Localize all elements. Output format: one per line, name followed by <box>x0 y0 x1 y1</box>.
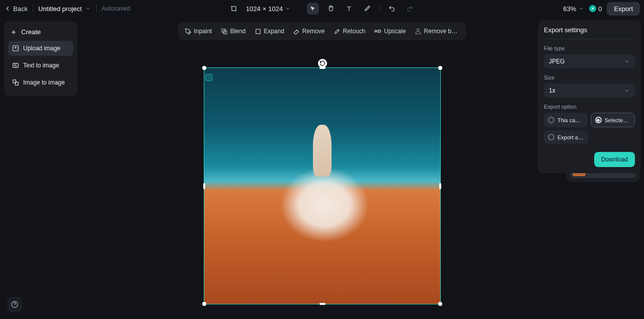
top-bar: Back Untitled project Autosaved 1024 × 1… <box>0 0 644 17</box>
expand-button[interactable]: Expand <box>251 25 288 37</box>
img2img-label: Image to image <box>23 79 65 86</box>
chevron-left-icon <box>4 5 11 12</box>
handle-br[interactable] <box>438 302 442 306</box>
remove-bg-button[interactable]: Remove background <box>411 25 463 37</box>
export-panel-title: Export settings <box>544 26 635 39</box>
upload-icon <box>12 45 19 52</box>
upscale-label: Upscale <box>384 28 406 35</box>
image-to-image-button[interactable]: Image to image <box>8 75 73 90</box>
inpaint-button[interactable]: Inpaint <box>181 25 216 37</box>
inpaint-icon <box>185 28 191 35</box>
handle-r[interactable] <box>439 183 441 189</box>
canvas-frame[interactable] <box>204 67 441 304</box>
export-option-canvas[interactable]: This canvas <box>544 113 588 127</box>
project-name[interactable]: Untitled project <box>38 5 91 13</box>
retouch-button[interactable]: Retouch <box>330 25 370 37</box>
text2img-icon <box>12 62 19 69</box>
file-type-value: JPEG <box>549 58 565 65</box>
retouch-icon <box>334 28 341 35</box>
export-option-label: Export option <box>544 104 635 110</box>
inpaint-label: Inpaint <box>194 28 212 35</box>
hd-icon: HD <box>374 29 381 34</box>
file-type-select[interactable]: JPEG <box>544 54 635 68</box>
pointer-tool[interactable] <box>307 3 319 15</box>
remove-label: Remove <box>302 28 325 35</box>
redo-icon <box>407 5 414 12</box>
upload-label: Upload image <box>23 45 60 52</box>
svg-rect-3 <box>256 29 260 34</box>
remove-button[interactable]: Remove <box>289 25 329 37</box>
expand-label: Expand <box>264 28 284 35</box>
brush-tool[interactable] <box>361 3 373 15</box>
blend-button[interactable]: Blend <box>217 25 250 37</box>
text-icon <box>346 5 353 12</box>
cursor-icon <box>309 5 316 12</box>
svg-rect-0 <box>232 7 236 11</box>
size-value: 1x <box>549 87 555 94</box>
handle-bl[interactable] <box>202 302 206 306</box>
help-icon <box>11 300 19 308</box>
size-select[interactable]: 1x <box>544 84 635 98</box>
undo-button[interactable] <box>386 3 398 15</box>
plus-icon <box>10 29 17 36</box>
chevron-down-icon <box>624 88 630 94</box>
chevron-down-icon <box>285 6 291 12</box>
export-button[interactable]: Export <box>607 2 640 16</box>
dim-width: 1024 <box>246 5 261 13</box>
download-button[interactable]: Download <box>594 152 635 167</box>
expand-icon <box>255 28 261 35</box>
blend-label: Blend <box>230 28 246 35</box>
size-label: Size <box>544 74 635 81</box>
back-button[interactable]: Back <box>4 5 28 13</box>
autosaved-label: Autosaved <box>102 5 130 12</box>
action-bar: Inpaint Blend Expand Remove Retouch HD U… <box>178 22 466 40</box>
divider <box>379 5 380 13</box>
img2img-icon <box>12 79 19 86</box>
brush-icon <box>364 5 371 12</box>
text-to-image-button[interactable]: Text to image <box>8 58 73 73</box>
topbar-left: Back Untitled project Autosaved <box>4 5 130 13</box>
radio-icon <box>548 134 554 140</box>
upscale-button[interactable]: HD Upscale <box>370 25 410 37</box>
retouch-label: Retouch <box>343 28 366 35</box>
radio-icon <box>595 117 602 123</box>
handle-tl[interactable] <box>202 66 206 70</box>
zoom-level[interactable]: 63% <box>563 5 584 13</box>
hand-tool[interactable] <box>325 3 337 15</box>
chevron-down-icon <box>578 6 584 12</box>
divider <box>96 5 97 13</box>
divider <box>33 5 33 13</box>
export-option-selected[interactable]: Selected layers <box>591 113 635 127</box>
dim-height: 1024 <box>268 5 283 13</box>
create-label: Create <box>21 28 41 36</box>
dim-sep: × <box>263 5 267 13</box>
hand-icon <box>328 5 335 12</box>
handle-t[interactable] <box>319 67 326 69</box>
topbar-center: 1024 × 1024 <box>228 3 416 15</box>
chevron-down-icon <box>85 6 91 12</box>
eraser-icon <box>293 28 300 35</box>
upload-image-button[interactable]: Upload image <box>8 41 73 56</box>
blend-icon <box>221 28 227 35</box>
rotate-icon <box>319 60 326 66</box>
handle-b[interactable] <box>319 303 326 305</box>
text-tool[interactable] <box>343 3 355 15</box>
redo-button[interactable] <box>404 3 416 15</box>
canvas-dimensions[interactable]: 1024 × 1024 <box>246 5 291 13</box>
crop-icon <box>230 5 237 12</box>
handle-l[interactable] <box>203 183 205 189</box>
option-selected-label: Selected layers <box>605 117 631 123</box>
credits-badge[interactable]: 0 <box>589 5 602 13</box>
handle-tr[interactable] <box>438 66 442 70</box>
crop-icon-button[interactable] <box>228 3 240 15</box>
option-all-label: Export all layers <box>557 134 584 140</box>
export-option-all[interactable]: Export all layers <box>544 130 588 144</box>
create-header: Create <box>8 25 73 41</box>
export-settings-panel: Export settings File type JPEG Size 1x E… <box>538 20 641 173</box>
removebg-label: Remove background <box>424 28 459 35</box>
radio-icon <box>548 117 554 123</box>
back-label: Back <box>13 5 28 13</box>
topbar-right: 63% 0 Export <box>563 2 640 16</box>
left-create-panel: Create Upload image Text to image Image … <box>4 21 77 96</box>
help-button[interactable] <box>7 297 22 312</box>
